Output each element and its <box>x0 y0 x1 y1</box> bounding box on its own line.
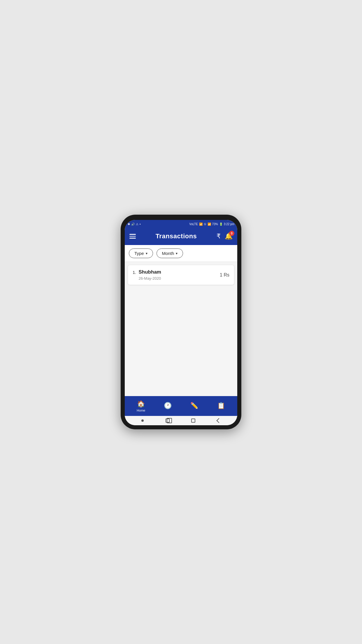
volte-indicator: VoLTE <box>189 223 198 226</box>
nav-item-edit[interactable]: ✏️ <box>186 402 203 410</box>
month-filter-label: Month <box>162 251 174 256</box>
system-nav-bar <box>125 416 237 425</box>
page-title: Transactions <box>156 232 197 240</box>
dot-indicator: • <box>140 223 141 226</box>
sim-icon: ① <box>204 223 206 226</box>
bottom-nav: 🏠 Home 🕐 ✏️ 📋 <box>125 396 237 416</box>
month-filter-button[interactable]: Month ▾ <box>157 249 183 258</box>
nav-item-clipboard[interactable]: 📋 <box>212 402 230 410</box>
notification-badge: 0 <box>229 231 234 236</box>
time-display: 3:22 pm <box>224 223 234 226</box>
rupee-button[interactable]: ₹ <box>217 232 221 240</box>
system-back-button[interactable] <box>216 418 221 423</box>
transaction-left: 1. Shubham 26-May-2020 <box>133 269 161 281</box>
nav-item-history[interactable]: 🕐 <box>159 402 176 410</box>
app-bar-icons: ₹ 🔔 0 <box>217 232 233 240</box>
phone-frame: ✱ 🔊 ⚠ • VoLTE 📶 ① 📶 73% 🔋 3:22 pm <box>121 215 241 429</box>
transaction-details: Shubham 26-May-2020 <box>139 269 161 281</box>
clipboard-icon: 📋 <box>217 402 225 410</box>
history-icon: 🕐 <box>164 402 172 410</box>
wifi-icon: ✱ <box>128 223 130 226</box>
home-label: Home <box>137 409 145 412</box>
transaction-list: 1. Shubham 26-May-2020 1 Rs <box>125 262 237 288</box>
transaction-name: Shubham <box>139 269 161 275</box>
system-recent-button[interactable] <box>166 419 170 423</box>
signal-icon: 📶 <box>208 223 211 226</box>
nav-item-home[interactable]: 🏠 Home <box>132 400 150 412</box>
phone-screen: ✱ 🔊 ⚠ • VoLTE 📶 ① 📶 73% 🔋 3:22 pm <box>125 220 237 425</box>
menu-button[interactable] <box>129 234 136 239</box>
transaction-date: 26-May-2020 <box>139 276 161 281</box>
app-bar: Transactions ₹ 🔔 0 <box>125 228 237 245</box>
transaction-amount: 1 Rs <box>220 272 229 278</box>
month-chevron-icon: ▾ <box>176 251 178 256</box>
type-filter-button[interactable]: Type ▾ <box>129 249 153 258</box>
alert-icon: ⚠ <box>136 223 138 226</box>
home-icon: 🏠 <box>137 400 145 408</box>
filter-bar: Type ▾ Month ▾ <box>125 245 237 262</box>
system-home-button[interactable] <box>191 419 195 423</box>
table-row[interactable]: 1. Shubham 26-May-2020 1 Rs <box>128 265 234 285</box>
status-right: VoLTE 📶 ① 📶 73% 🔋 3:22 pm <box>189 223 234 226</box>
battery-percent: 73% <box>212 223 218 226</box>
transaction-index: 1. <box>133 270 136 275</box>
volume-icon: 🔊 <box>131 223 135 226</box>
status-left: ✱ 🔊 ⚠ • <box>128 223 141 226</box>
edit-icon: ✏️ <box>190 402 198 410</box>
type-filter-label: Type <box>134 251 144 256</box>
battery-icon: 🔋 <box>219 223 223 226</box>
type-chevron-icon: ▾ <box>146 251 147 256</box>
system-dot-button[interactable] <box>141 419 144 422</box>
wifi-signal-icon: 📶 <box>199 223 203 226</box>
notification-button[interactable]: 🔔 0 <box>225 232 233 240</box>
status-bar: ✱ 🔊 ⚠ • VoLTE 📶 ① 📶 73% 🔋 3:22 pm <box>125 220 237 228</box>
content-area: Type ▾ Month ▾ 1. Shubham 26-May-2020 <box>125 245 237 396</box>
